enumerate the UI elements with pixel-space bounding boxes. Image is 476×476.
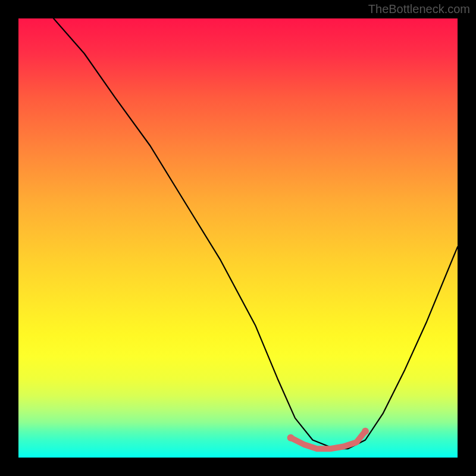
watermark-text: TheBottleneck.com: [368, 2, 470, 16]
optimal-end-dot: [362, 428, 369, 435]
chart-container: TheBottleneck.com: [0, 0, 476, 476]
optimal-segment: [291, 431, 365, 449]
bottleneck-curve: [54, 18, 458, 449]
optimal-start-dot: [287, 434, 295, 441]
curve-overlay: [18, 18, 458, 458]
plot-area: [18, 18, 458, 458]
